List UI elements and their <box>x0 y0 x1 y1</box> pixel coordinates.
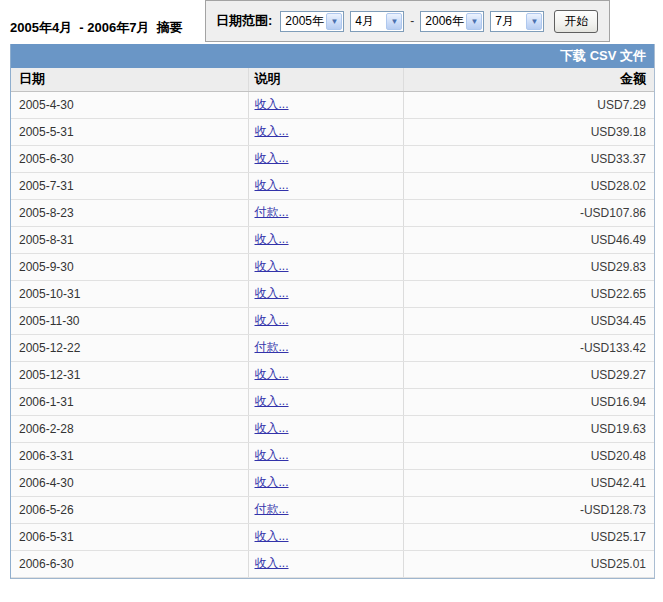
description-link[interactable]: 付款... <box>255 340 289 354</box>
row-amount: USD16.94 <box>403 388 654 415</box>
start-year-value: 2005年 <box>285 13 324 30</box>
row-amount: -USD133.42 <box>403 334 654 361</box>
row-description-cell: 收入... <box>248 91 403 118</box>
row-amount: USD46.49 <box>403 226 654 253</box>
date-range-label: 日期范围: <box>216 12 272 30</box>
description-link[interactable]: 收入... <box>255 178 289 192</box>
row-description-cell: 收入... <box>248 415 403 442</box>
chevron-down-icon: ▼ <box>466 13 482 30</box>
table-row: 2006-6-30收入...USD25.01 <box>11 550 654 577</box>
end-year-select[interactable]: 2006年 ▼ <box>420 11 484 32</box>
description-link[interactable]: 收入... <box>255 286 289 300</box>
col-header-amount: 金额 <box>403 68 654 91</box>
row-date: 2005-10-31 <box>11 280 248 307</box>
row-date: 2005-8-31 <box>11 226 248 253</box>
table-body: 2005-4-30收入...USD7.292005-5-31收入...USD39… <box>11 91 654 577</box>
start-month-select[interactable]: 4月 ▼ <box>350 11 404 32</box>
row-description-cell: 收入... <box>248 307 403 334</box>
description-link[interactable]: 收入... <box>255 151 289 165</box>
description-link[interactable]: 收入... <box>255 232 289 246</box>
row-date: 2005-11-30 <box>11 307 248 334</box>
description-link[interactable]: 收入... <box>255 124 289 138</box>
description-link[interactable]: 付款... <box>255 502 289 516</box>
description-link[interactable]: 收入... <box>255 529 289 543</box>
table-row: 2006-1-31收入...USD16.94 <box>11 388 654 415</box>
description-link[interactable]: 收入... <box>255 394 289 408</box>
end-month-value: 7月 <box>495 13 514 30</box>
table-header-row: 日期 说明 金额 <box>11 68 654 91</box>
col-header-date: 日期 <box>11 68 248 91</box>
row-date: 2005-12-22 <box>11 334 248 361</box>
row-description-cell: 收入... <box>248 388 403 415</box>
table-row: 2005-11-30收入...USD34.45 <box>11 307 654 334</box>
description-link[interactable]: 收入... <box>255 448 289 462</box>
row-date: 2006-6-30 <box>11 550 248 577</box>
description-link[interactable]: 收入... <box>255 97 289 111</box>
table-row: 2005-12-31收入...USD29.27 <box>11 361 654 388</box>
table-row: 2005-8-23付款...-USD107.86 <box>11 199 654 226</box>
row-amount: -USD128.73 <box>403 496 654 523</box>
row-amount: -USD107.86 <box>403 199 654 226</box>
table-row: 2005-7-31收入...USD28.02 <box>11 172 654 199</box>
row-description-cell: 收入... <box>248 361 403 388</box>
row-date: 2006-2-28 <box>11 415 248 442</box>
chevron-down-icon: ▼ <box>526 13 542 30</box>
description-link[interactable]: 付款... <box>255 205 289 219</box>
row-date: 2006-4-30 <box>11 469 248 496</box>
description-link[interactable]: 收入... <box>255 367 289 381</box>
row-amount: USD28.02 <box>403 172 654 199</box>
row-description-cell: 付款... <box>248 199 403 226</box>
row-date: 2005-8-23 <box>11 199 248 226</box>
row-date: 2006-5-26 <box>11 496 248 523</box>
table-row: 2005-6-30收入...USD33.37 <box>11 145 654 172</box>
row-amount: USD39.18 <box>403 118 654 145</box>
row-description-cell: 收入... <box>248 118 403 145</box>
download-csv-link[interactable]: 下载 CSV 文件 <box>560 47 646 65</box>
row-amount: USD22.65 <box>403 280 654 307</box>
transactions-table: 日期 说明 金额 2005-4-30收入...USD7.292005-5-31收… <box>11 68 654 578</box>
row-date: 2006-5-31 <box>11 523 248 550</box>
description-link[interactable]: 收入... <box>255 475 289 489</box>
row-amount: USD42.41 <box>403 469 654 496</box>
description-link[interactable]: 收入... <box>255 421 289 435</box>
chevron-down-icon: ▼ <box>326 13 342 30</box>
start-button[interactable]: 开始 <box>554 10 598 33</box>
table-row: 2005-5-31收入...USD39.18 <box>11 118 654 145</box>
end-month-select[interactable]: 7月 ▼ <box>490 11 544 32</box>
row-description-cell: 收入... <box>248 172 403 199</box>
payment-history-table: 下载 CSV 文件 日期 说明 金额 2005-4-30收入...USD7.29… <box>10 44 655 579</box>
row-date: 2005-6-30 <box>11 145 248 172</box>
description-link[interactable]: 收入... <box>255 313 289 327</box>
row-description-cell: 付款... <box>248 496 403 523</box>
row-description-cell: 收入... <box>248 442 403 469</box>
end-year-value: 2006年 <box>425 13 464 30</box>
row-amount: USD29.27 <box>403 361 654 388</box>
row-amount: USD34.45 <box>403 307 654 334</box>
row-date: 2005-5-31 <box>11 118 248 145</box>
table-row: 2006-4-30收入...USD42.41 <box>11 469 654 496</box>
chevron-down-icon: ▼ <box>386 13 402 30</box>
row-amount: USD20.48 <box>403 442 654 469</box>
start-year-select[interactable]: 2005年 ▼ <box>280 11 344 32</box>
table-row: 2005-9-30收入...USD29.83 <box>11 253 654 280</box>
date-range-panel: 日期范围: 2005年 ▼ 4月 ▼ - 2006年 ▼ 7月 ▼ 开始 <box>205 0 610 42</box>
start-month-value: 4月 <box>355 13 374 30</box>
row-amount: USD7.29 <box>403 91 654 118</box>
table-row: 2006-2-28收入...USD19.63 <box>11 415 654 442</box>
row-description-cell: 付款... <box>248 334 403 361</box>
summary-title: 2005年4月 - 2006年7月 摘要 <box>10 19 183 37</box>
row-description-cell: 收入... <box>248 253 403 280</box>
table-row: 2005-8-31收入...USD46.49 <box>11 226 654 253</box>
row-date: 2005-4-30 <box>11 91 248 118</box>
row-date: 2006-3-31 <box>11 442 248 469</box>
description-link[interactable]: 收入... <box>255 259 289 273</box>
row-description-cell: 收入... <box>248 469 403 496</box>
row-date: 2005-12-31 <box>11 361 248 388</box>
row-description-cell: 收入... <box>248 523 403 550</box>
table-row: 2005-12-22付款...-USD133.42 <box>11 334 654 361</box>
row-amount: USD19.63 <box>403 415 654 442</box>
description-link[interactable]: 收入... <box>255 556 289 570</box>
row-description-cell: 收入... <box>248 280 403 307</box>
row-description-cell: 收入... <box>248 145 403 172</box>
table-row: 2006-5-26付款...-USD128.73 <box>11 496 654 523</box>
